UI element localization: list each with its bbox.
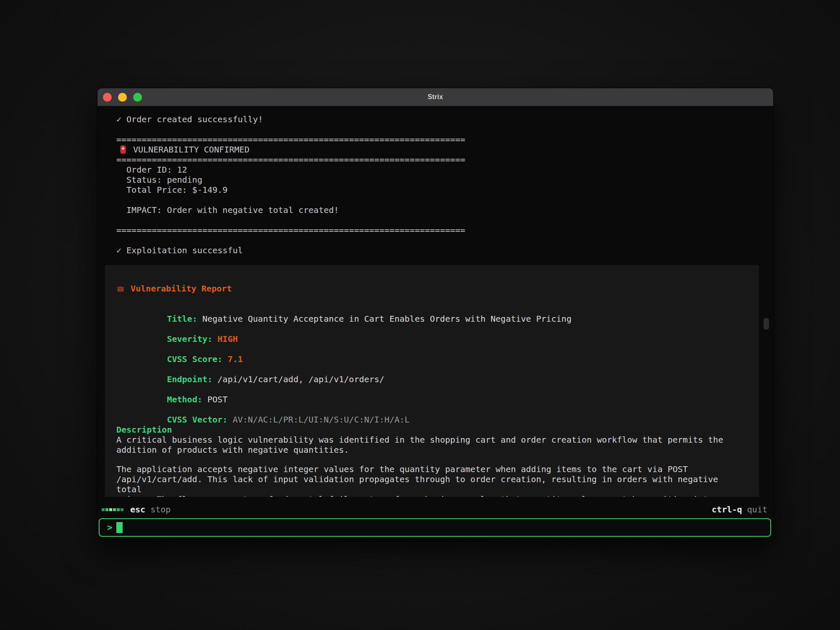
vulnerability-confirmed-line: VULNERABILITY CONFIRMED xyxy=(116,144,773,155)
report-header: Vulnerability Report xyxy=(116,284,748,294)
vulnerability-report-panel: Vulnerability Report Title:Negative Quan… xyxy=(105,265,759,497)
endpoint-value: /api/v1/cart/add, /api/v1/orders/ xyxy=(218,374,384,384)
quit-action-label: quit xyxy=(747,504,767,514)
window-title: Strix xyxy=(97,93,773,101)
text-cursor xyxy=(116,522,123,533)
terminal-log: ✓ Order created successfully! ==========… xyxy=(97,106,773,255)
terminal-output[interactable]: ✓ Order created successfully! ==========… xyxy=(97,106,773,497)
ladybug-icon xyxy=(116,284,125,293)
esc-key-hint[interactable]: esc xyxy=(130,504,145,514)
method-label: Method: xyxy=(167,394,202,404)
order-success-line: ✓ Order created successfully! xyxy=(116,114,773,124)
status-bar: esc stop ctrl-q quit xyxy=(97,501,773,518)
report-severity-field: Severity:HIGH xyxy=(116,324,748,334)
title-label: Title: xyxy=(167,314,197,324)
title-value: Negative Quantity Acceptance in Cart Ena… xyxy=(202,314,572,324)
status-left: esc stop xyxy=(102,504,171,514)
method-value: POST xyxy=(207,394,228,404)
vulnerability-confirmed-label: VULNERABILITY CONFIRMED xyxy=(133,144,249,155)
report-title-field: Title:Negative Quantity Acceptance in Ca… xyxy=(116,304,748,314)
status-right: ctrl-q quit xyxy=(712,504,767,514)
scrollbar-thumb[interactable] xyxy=(764,318,769,330)
impact-line: IMPACT: Order with negative total create… xyxy=(116,205,773,215)
separator-line: ========================================… xyxy=(116,134,773,144)
order-id-line: Order ID: 12 xyxy=(116,165,773,175)
endpoint-label: Endpoint: xyxy=(167,374,212,384)
report-endpoint-field: Endpoint:/api/v1/cart/add, /api/v1/order… xyxy=(116,364,748,374)
severity-label: Severity: xyxy=(167,334,212,344)
separator-line: ========================================… xyxy=(116,225,773,235)
report-header-label: Vulnerability Report xyxy=(131,284,232,294)
report-cvss-score-field: CVSS Score:7.1 xyxy=(116,344,748,354)
cvss-vector-value: AV:N/AC:L/PR:L/UI:N/S:U/C:N/I:H/A:L xyxy=(233,415,410,425)
exploitation-success-line: ✓ Exploitation successful xyxy=(116,245,773,255)
siren-icon xyxy=(119,145,127,154)
description-paragraph-2: The application accepts negative integer… xyxy=(116,464,748,497)
order-status-line: Status: pending xyxy=(116,175,773,185)
total-price-line: Total Price: $-149.9 xyxy=(116,185,773,195)
severity-badge: HIGH xyxy=(218,334,238,344)
description-heading: Description xyxy=(116,425,748,435)
command-input[interactable]: > xyxy=(99,518,771,537)
report-method-field: Method:POST xyxy=(116,384,748,394)
prompt-chevron: > xyxy=(107,522,113,533)
activity-spinner-icon xyxy=(102,508,123,511)
desktop: Strix ✓ Order created successfully! ====… xyxy=(0,0,840,630)
report-cvss-vector-field: CVSS Vector:AV:N/AC:L/PR:L/UI:N/S:U/C:N/… xyxy=(116,404,748,415)
ctrl-q-key-hint[interactable]: ctrl-q xyxy=(712,504,742,514)
description-paragraph-1: A critical business logic vulnerability … xyxy=(116,435,748,455)
titlebar[interactable]: Strix xyxy=(97,88,773,106)
cvss-score-value: 7.1 xyxy=(228,354,243,364)
strix-terminal-window: Strix ✓ Order created successfully! ====… xyxy=(97,88,773,539)
cvss-score-label: CVSS Score: xyxy=(167,354,222,364)
separator-line: ========================================… xyxy=(116,155,773,165)
cvss-vector-label: CVSS Vector: xyxy=(167,415,228,425)
stop-action-label: stop xyxy=(150,504,171,514)
